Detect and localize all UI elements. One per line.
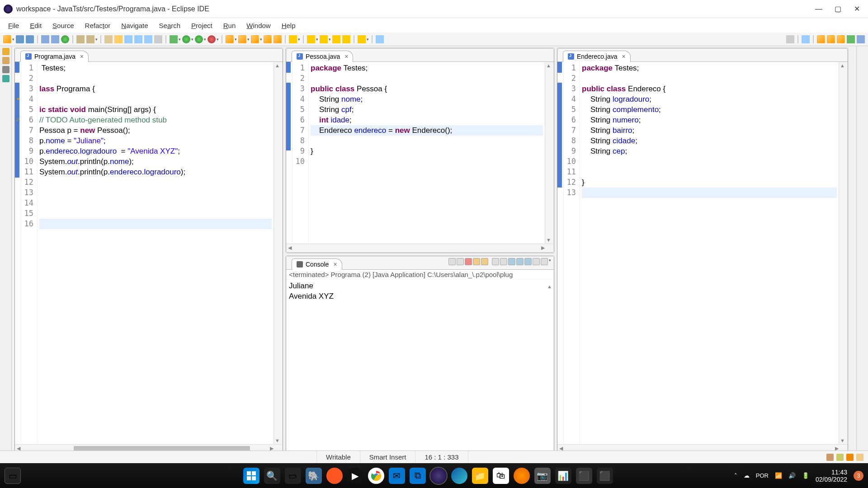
- toolbar-icon[interactable]: [289, 35, 297, 43]
- firefox-icon[interactable]: [514, 468, 530, 484]
- toolbar-icon[interactable]: [226, 35, 234, 43]
- display-console-button[interactable]: [533, 258, 540, 265]
- toolbar-icon[interactable]: [154, 35, 162, 43]
- task-view-button[interactable]: ▭: [285, 468, 301, 484]
- console-btn[interactable]: [448, 258, 456, 265]
- tab-programa[interactable]: Programa.java ×: [20, 51, 89, 62]
- menu-search[interactable]: Search: [155, 20, 185, 31]
- vertical-scrollbar[interactable]: ▲▼: [839, 62, 848, 444]
- app-icon[interactable]: ⬛: [576, 468, 592, 484]
- close-tab-icon[interactable]: ×: [333, 261, 337, 268]
- start-button[interactable]: [243, 468, 259, 484]
- code-area[interactable]: Testes; lass Programa { ic static void m…: [38, 62, 274, 444]
- terminate-button[interactable]: [465, 258, 472, 265]
- console-btn[interactable]: [524, 258, 532, 265]
- toolbar-icon[interactable]: [61, 35, 69, 43]
- back-button[interactable]: [307, 35, 315, 43]
- notification-badge[interactable]: 3: [854, 471, 863, 481]
- vertical-scrollbar[interactable]: ▲▼: [545, 62, 554, 244]
- code-area[interactable]: package Testes; public class Pessoa { St…: [309, 62, 545, 244]
- save-all-button[interactable]: [26, 35, 34, 43]
- store-icon[interactable]: 🛍: [493, 468, 509, 484]
- open-perspective-button[interactable]: [802, 35, 810, 43]
- app-icon[interactable]: ⬛: [597, 468, 613, 484]
- maximize-button[interactable]: ▢: [834, 5, 842, 13]
- menu-file[interactable]: File: [4, 20, 24, 31]
- package-explorer-icon[interactable]: [2, 57, 9, 64]
- widgets-button[interactable]: ▭: [5, 468, 21, 484]
- close-tab-icon[interactable]: ×: [344, 53, 348, 60]
- close-tab-icon[interactable]: ×: [622, 53, 626, 60]
- toolbar-icon[interactable]: [104, 35, 113, 43]
- toolbar-icon[interactable]: [274, 35, 282, 43]
- remove-launch-button[interactable]: [473, 258, 480, 265]
- coverage-button[interactable]: [195, 35, 203, 43]
- office-icon[interactable]: 📊: [555, 468, 571, 484]
- toolbar-icon[interactable]: [857, 35, 865, 43]
- tab-endereco[interactable]: Endereco.java ×: [563, 51, 631, 62]
- language-indicator[interactable]: POR: [756, 472, 769, 479]
- toolbar-icon[interactable]: [342, 35, 350, 43]
- tray-chevron-icon[interactable]: ˄: [734, 472, 737, 479]
- status-icon[interactable]: [846, 454, 854, 461]
- menu-navigate[interactable]: Navigate: [117, 20, 152, 31]
- wifi-icon[interactable]: 📶: [775, 472, 782, 479]
- console-btn[interactable]: [457, 258, 464, 265]
- status-icon[interactable]: [836, 454, 844, 461]
- status-icon[interactable]: [826, 454, 834, 461]
- toolbar-icon[interactable]: [76, 35, 85, 43]
- tip-of-day-icon[interactable]: [856, 454, 863, 461]
- vscode-icon[interactable]: ⧉: [410, 468, 426, 484]
- camera-icon[interactable]: 📷: [534, 468, 551, 484]
- toolbar-icon[interactable]: [114, 35, 123, 43]
- save-button[interactable]: [16, 35, 24, 43]
- close-tab-icon[interactable]: ×: [80, 53, 84, 60]
- postman-icon[interactable]: [326, 468, 343, 484]
- console-output[interactable]: ▲Juliane Avenida XYZ: [286, 280, 554, 302]
- tab-pessoa[interactable]: Pessoa.java ×: [292, 51, 353, 62]
- toolbar-icon[interactable]: [238, 35, 246, 43]
- clear-console-button[interactable]: [492, 258, 499, 265]
- horizontal-scrollbar[interactable]: ◀▶: [286, 244, 554, 253]
- menu-run[interactable]: Run: [219, 20, 241, 31]
- battery-icon[interactable]: 🔋: [802, 472, 809, 479]
- menu-refactor[interactable]: Refactor: [80, 20, 115, 31]
- forward-button[interactable]: [320, 35, 328, 43]
- search-button[interactable]: 🔍: [264, 468, 280, 484]
- view-icon[interactable]: [2, 75, 9, 82]
- toolbar-icon[interactable]: [41, 35, 49, 43]
- restore-view-icon[interactable]: [2, 48, 9, 55]
- new-button[interactable]: [3, 35, 11, 43]
- scroll-lock-button[interactable]: [500, 258, 507, 265]
- toolbar-icon[interactable]: [264, 35, 272, 43]
- tab-console[interactable]: Console ×: [292, 258, 342, 270]
- eclipse-taskbar-icon[interactable]: [430, 468, 447, 484]
- toolbar-icon[interactable]: [144, 35, 152, 43]
- toolbar-icon[interactable]: [827, 35, 835, 43]
- edge-icon[interactable]: [451, 468, 467, 484]
- toolbar-icon[interactable]: [837, 35, 845, 43]
- toolbar-icon[interactable]: [332, 35, 340, 43]
- clock[interactable]: 11:43 02/09/2022: [816, 469, 847, 483]
- vertical-scrollbar[interactable]: ▲▼: [274, 62, 283, 444]
- pin-console-button[interactable]: [508, 258, 515, 265]
- toolbar-icon[interactable]: [86, 35, 94, 43]
- debug-button[interactable]: [170, 35, 178, 43]
- remove-all-button[interactable]: [481, 258, 488, 265]
- minimize-button[interactable]: —: [815, 5, 823, 13]
- onedrive-icon[interactable]: ☁: [744, 472, 750, 479]
- code-area[interactable]: package Testes; public class Endereco { …: [580, 62, 839, 444]
- toolbar-icon[interactable]: [847, 35, 855, 43]
- perspective-java-button[interactable]: [817, 35, 825, 43]
- toolbar-icon[interactable]: [124, 35, 132, 43]
- close-button[interactable]: ✕: [853, 5, 861, 13]
- menu-help[interactable]: Help: [277, 20, 300, 31]
- menu-project[interactable]: Project: [187, 20, 217, 31]
- menu-edit[interactable]: Edit: [25, 20, 46, 31]
- toolbar-icon[interactable]: [251, 35, 259, 43]
- postgresql-icon[interactable]: 🐘: [306, 468, 322, 484]
- search-icon[interactable]: [786, 35, 794, 43]
- toolbar-icon[interactable]: [358, 35, 366, 43]
- open-console-button[interactable]: [541, 258, 548, 265]
- volume-icon[interactable]: 🔊: [788, 472, 796, 479]
